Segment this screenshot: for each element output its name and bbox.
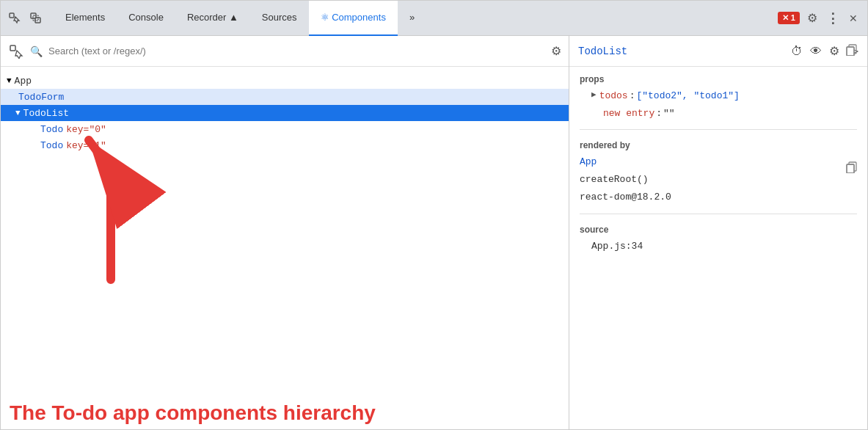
devtools-container: Elements Console Recorder ▲ Sources ⚛ Co… bbox=[0, 0, 868, 430]
prop-value-new-entry: "" bbox=[663, 106, 675, 121]
timer-icon[interactable]: ⏱ bbox=[791, 45, 803, 58]
rendered-create-root: createRoot() bbox=[580, 172, 857, 188]
cog-icon[interactable]: ⚙ bbox=[829, 44, 839, 58]
tree-key-todo1: key="1" bbox=[66, 140, 106, 151]
eye-icon[interactable]: 👁 bbox=[810, 45, 822, 58]
tree-item-todoform[interactable]: TodoForm bbox=[1, 89, 569, 105]
tab-sources[interactable]: Sources bbox=[250, 1, 309, 36]
tab-components[interactable]: ⚛ Components bbox=[309, 1, 398, 36]
tab-recorder[interactable]: Recorder ▲ bbox=[175, 1, 250, 36]
tab-right-icons: ✕ 1 ⚙ ⋮ ✕ bbox=[778, 10, 861, 26]
tab-bar-icons bbox=[7, 10, 45, 26]
svg-rect-10 bbox=[847, 164, 854, 173]
tree-label-todo1: Todo bbox=[40, 140, 63, 151]
cursor-icon[interactable] bbox=[7, 10, 23, 26]
rendered-by-section-label: rendered by bbox=[580, 140, 857, 150]
tree-label-todo0: Todo bbox=[40, 124, 63, 135]
error-badge[interactable]: ✕ 1 bbox=[778, 12, 800, 24]
tree-item-todolist[interactable]: ▼ TodoList bbox=[1, 105, 569, 121]
element-selector-icon[interactable] bbox=[8, 43, 24, 59]
prop-key-new-entry: new entry bbox=[603, 106, 654, 121]
tree-arrow-todolist: ▼ bbox=[15, 109, 21, 117]
svg-rect-7 bbox=[847, 47, 854, 56]
close-icon[interactable]: ✕ bbox=[845, 10, 861, 26]
tree-arrow-app: ▼ bbox=[7, 76, 12, 85]
prop-arrow-todos[interactable]: ▶ bbox=[591, 89, 597, 101]
tree-item-app[interactable]: ▼ App bbox=[1, 73, 569, 89]
tree-label-todoform: TodoForm bbox=[18, 92, 64, 103]
copy-source-icon[interactable] bbox=[846, 161, 858, 175]
main-area: 🔍 ⚙ ▼ App TodoForm bbox=[1, 36, 867, 429]
search-input[interactable] bbox=[48, 45, 545, 57]
prop-key-todos: todos bbox=[599, 89, 628, 103]
tab-bar: Elements Console Recorder ▲ Sources ⚛ Co… bbox=[1, 1, 867, 36]
rendered-app[interactable]: App bbox=[580, 155, 857, 170]
copy-props-icon[interactable] bbox=[846, 44, 858, 58]
tree-key-todo0: key="0" bbox=[66, 124, 106, 135]
source-section-label: source bbox=[580, 225, 857, 235]
component-tree: ▼ App TodoForm ▼ TodoList bbox=[1, 67, 569, 396]
divider-2 bbox=[580, 214, 857, 214]
prop-value-todos: ["todo2", "todo1"] bbox=[636, 89, 739, 103]
tree-label-app: App bbox=[15, 76, 32, 87]
caption-text: The To-do app components hierarchy bbox=[10, 401, 560, 425]
svg-rect-4 bbox=[10, 45, 15, 51]
search-settings-icon[interactable]: ⚙ bbox=[551, 44, 561, 58]
caption-area: The To-do app components hierarchy bbox=[1, 396, 569, 429]
error-badge-label: ✕ 1 bbox=[782, 13, 795, 23]
rendered-react-dom: react-dom@18.2.0 bbox=[580, 190, 857, 205]
more-options-icon[interactable]: ⋮ bbox=[825, 10, 841, 26]
search-icon: 🔍 bbox=[30, 45, 43, 57]
layers-icon[interactable] bbox=[29, 10, 45, 26]
props-section-label: props bbox=[580, 74, 857, 84]
tab-elements[interactable]: Elements bbox=[54, 1, 117, 36]
right-panel-title: TodoList bbox=[578, 45, 782, 57]
tab-console[interactable]: Console bbox=[117, 1, 175, 36]
settings-icon[interactable]: ⚙ bbox=[804, 10, 820, 26]
svg-rect-0 bbox=[10, 13, 14, 18]
right-panel-content: props ▶ todos : ["todo2", "todo1"] new e… bbox=[569, 67, 867, 429]
prop-new-entry: new entry : "" bbox=[580, 106, 857, 121]
right-panel-header: TodoList ⏱ 👁 ⚙ <> bbox=[569, 36, 867, 67]
tree-item-todo1[interactable]: Todo key="1" bbox=[1, 137, 569, 153]
divider-1 bbox=[580, 129, 857, 130]
tab-more[interactable]: » bbox=[398, 1, 426, 36]
search-bar: 🔍 ⚙ bbox=[1, 36, 569, 67]
prop-todos: ▶ todos : ["todo2", "todo1"] bbox=[580, 89, 857, 103]
left-panel: 🔍 ⚙ ▼ App TodoForm bbox=[1, 36, 569, 429]
tree-label-todolist: TodoList bbox=[23, 108, 69, 119]
right-panel: TodoList ⏱ 👁 ⚙ <> props ▶ todos : ["todo… bbox=[569, 36, 867, 429]
tree-item-todo0[interactable]: Todo key="0" bbox=[1, 121, 569, 137]
source-value: App.js:34 bbox=[580, 239, 857, 255]
